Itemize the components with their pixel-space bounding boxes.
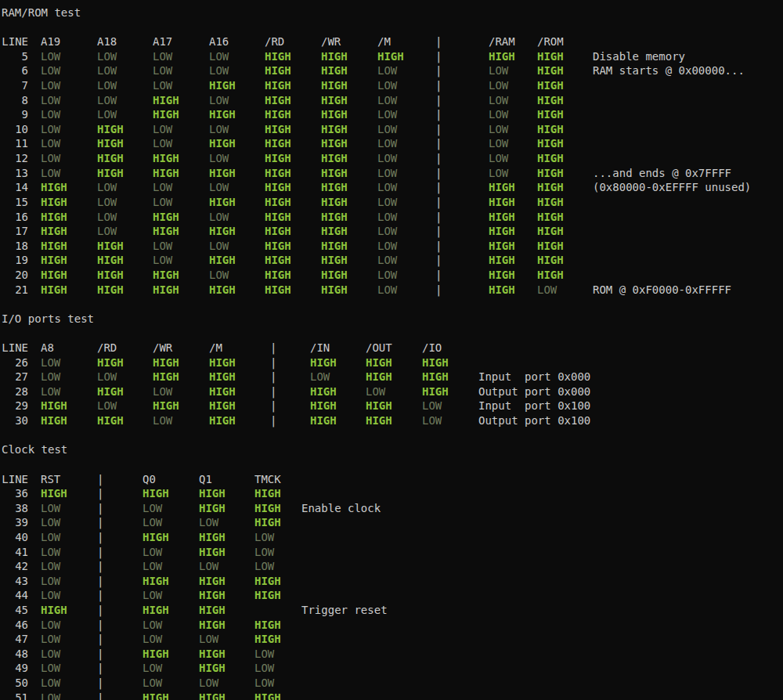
signal-value: HIGH [265, 239, 291, 254]
signal-value: LOW [377, 283, 397, 298]
signal-value: HIGH [209, 166, 236, 181]
column-separator: | [97, 588, 103, 603]
signal-value: LOW [41, 384, 60, 399]
test-row: 16HIGHLOWHIGHLOWHIGHHIGHLOW|HIGHHIGH [0, 210, 783, 225]
row-annotation: Input port 0x000 [478, 370, 590, 384]
signal-value: HIGH [265, 224, 291, 239]
signal-value: HIGH [489, 283, 515, 298]
signal-value: HIGH [143, 691, 169, 700]
blank-line [0, 20, 783, 35]
line-number: 19 [0, 253, 28, 268]
signal-value: HIGH [209, 283, 236, 298]
column-separator: | [435, 136, 442, 151]
signal-value: LOW [97, 107, 117, 122]
section-title: Clock test [0, 442, 783, 457]
signal-value: LOW [41, 93, 60, 108]
signal-value: HIGH [199, 588, 226, 603]
signal-value: HIGH [422, 355, 449, 370]
line-number: 8 [0, 93, 28, 108]
column-header: /M [377, 34, 391, 49]
line-number: 12 [0, 151, 28, 166]
signal-value: LOW [143, 661, 162, 676]
line-number: 46 [0, 618, 28, 633]
test-row: 40LOW|HIGHHIGHLOW [0, 530, 783, 545]
signal-value: LOW [489, 151, 508, 166]
signal-value: LOW [377, 268, 397, 283]
signal-value: HIGH [537, 63, 564, 78]
signal-value: LOW [97, 210, 117, 225]
signal-value: HIGH [254, 618, 281, 633]
signal-value: LOW [377, 122, 397, 137]
signal-value: HIGH [153, 166, 179, 181]
signal-value: LOW [143, 559, 162, 574]
row-annotation: Trigger reset [301, 603, 388, 618]
column-separator: | [270, 384, 276, 399]
column-separator: | [435, 253, 442, 268]
test-row: 30HIGHHIGHLOWHIGH|HIGHHIGHLOWOutput port… [0, 413, 783, 428]
test-row: 26LOWHIGHHIGHHIGH|HIGHHIGHHIGH [0, 355, 783, 370]
column-separator: | [435, 180, 442, 195]
signal-value: HIGH [254, 501, 281, 516]
line-number: 26 [0, 355, 28, 370]
signal-value: HIGH [265, 151, 291, 166]
blank-line [0, 297, 783, 312]
column-separator: | [435, 239, 442, 254]
signal-value: HIGH [321, 107, 348, 122]
signal-value: LOW [199, 515, 218, 530]
signal-value: HIGH [254, 515, 281, 530]
column-separator: | [270, 370, 276, 384]
signal-value: HIGH [321, 166, 348, 181]
signal-value: HIGH [489, 49, 515, 64]
signal-value: HIGH [199, 501, 226, 516]
signal-value: LOW [377, 136, 397, 151]
column-separator: | [435, 49, 442, 64]
signal-value: HIGH [97, 136, 124, 151]
signal-value: HIGH [321, 180, 348, 195]
signal-value: HIGH [321, 239, 348, 254]
signal-value: HIGH [321, 122, 348, 137]
signal-value: LOW [254, 559, 274, 574]
column-header: A16 [209, 34, 229, 49]
line-number: 28 [0, 384, 28, 399]
signal-value: LOW [97, 49, 117, 64]
column-separator: | [435, 122, 442, 137]
signal-value: LOW [41, 136, 60, 151]
terminal-output: RAM/ROM testLINEA19A18A17A16/RD/WR/M|/RA… [0, 0, 783, 700]
line-number: 21 [0, 283, 28, 298]
signal-value: HIGH [41, 399, 67, 413]
signal-value: LOW [41, 574, 60, 589]
signal-value: LOW [489, 107, 508, 122]
signal-value: HIGH [209, 384, 236, 399]
signal-value: LOW [41, 49, 60, 64]
signal-value: HIGH [209, 355, 236, 370]
table-header-row: LINEA19A18A17A16/RD/WR/M|/RAM/ROM [0, 34, 783, 49]
signal-value: LOW [41, 647, 60, 662]
column-header: A18 [97, 34, 117, 49]
signal-value: HIGH [265, 268, 291, 283]
line-number: 17 [0, 224, 28, 239]
column-separator: | [97, 530, 103, 545]
signal-value: HIGH [366, 370, 392, 384]
signal-value: HIGH [254, 691, 281, 700]
line-number: 5 [0, 49, 28, 64]
signal-value: HIGH [366, 413, 392, 428]
signal-value: HIGH [321, 136, 348, 151]
signal-value: HIGH [209, 253, 236, 268]
signal-value: LOW [41, 559, 60, 574]
signal-value: HIGH [254, 588, 281, 603]
signal-value: LOW [377, 195, 397, 210]
line-number: 6 [0, 63, 28, 78]
row-annotation: RAM starts @ 0x00000... [593, 63, 745, 78]
signal-value: HIGH [422, 370, 449, 384]
signal-value: HIGH [321, 283, 348, 298]
signal-value: HIGH [209, 136, 236, 151]
test-row: 49LOW|LOWHIGHLOW [0, 661, 783, 676]
blank-line [0, 457, 783, 472]
test-row: 17HIGHLOWHIGHHIGHHIGHHIGHLOW|HIGHHIGH [0, 224, 783, 239]
line-number: 18 [0, 239, 28, 254]
column-header: A8 [41, 341, 54, 355]
line-number: 50 [0, 676, 28, 691]
column-header: /RD [265, 34, 284, 49]
signal-value: HIGH [321, 93, 348, 108]
column-separator: | [270, 399, 276, 413]
